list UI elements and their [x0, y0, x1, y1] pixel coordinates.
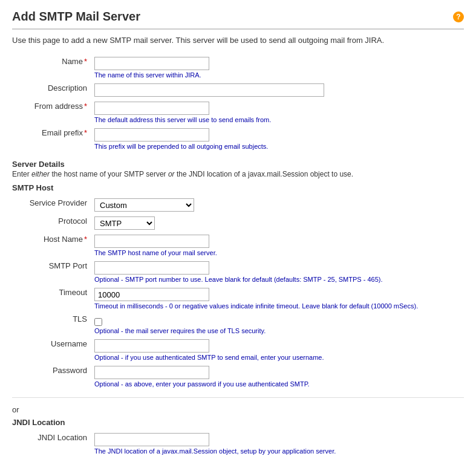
- password-hint: Optional - as above, enter your password…: [94, 380, 460, 388]
- jndi-location-row: JNDI Location The JNDI location of a jav…: [12, 431, 464, 457]
- password-input[interactable]: [94, 366, 209, 379]
- service-provider-label: Service Provider: [30, 198, 87, 207]
- server-details-header: Server Details: [12, 160, 464, 169]
- host-name-hint: The SMTP host name of your mail server.: [94, 249, 460, 256]
- name-row: Name* The name of this server within JIR…: [12, 54, 464, 81]
- email-prefix-label: Email prefix: [42, 128, 83, 137]
- smtp-host-title: SMTP Host: [12, 183, 464, 192]
- description-row: Description: [12, 81, 464, 99]
- jndi-location-hint: The JNDI location of a javax.mail.Sessio…: [94, 447, 460, 455]
- host-name-row: Host Name* The SMTP host name of your ma…: [12, 232, 464, 259]
- basic-info-form: Name* The name of this server within JIR…: [12, 54, 464, 152]
- jndi-location-title: JNDI Location: [12, 418, 464, 427]
- timeout-row: Timeout Timeout in milliseconds - 0 or n…: [12, 285, 464, 312]
- email-prefix-row: Email prefix* This prefix will be prepen…: [12, 126, 464, 152]
- email-prefix-required: *: [84, 128, 87, 137]
- username-label: Username: [51, 339, 87, 348]
- timeout-hint: Timeout in milliseconds - 0 or negative …: [94, 302, 460, 310]
- divider: [12, 397, 464, 398]
- page-title: Add SMTP Mail Server: [12, 10, 140, 24]
- host-name-label: Host Name: [44, 235, 83, 244]
- name-required: *: [84, 57, 87, 66]
- smtp-port-input[interactable]: [94, 261, 209, 275]
- tls-checkbox[interactable]: [94, 318, 102, 326]
- service-provider-select[interactable]: Custom Gmail Yahoo: [94, 198, 194, 212]
- smtp-host-form: Service Provider Custom Gmail Yahoo Prot…: [12, 196, 464, 390]
- jndi-location-input[interactable]: [94, 433, 209, 446]
- username-row: Username Optional - if you use authentic…: [12, 337, 464, 363]
- name-input[interactable]: [94, 57, 209, 70]
- or-text: or: [12, 405, 464, 414]
- password-row: Password Optional - as above, enter your…: [12, 363, 464, 390]
- name-hint: The name of this server within JIRA.: [94, 71, 460, 79]
- from-address-label: From address: [34, 102, 83, 111]
- service-provider-row: Service Provider Custom Gmail Yahoo: [12, 196, 464, 214]
- from-address-input[interactable]: [94, 102, 209, 115]
- server-details-sub: Enter either the host name of your SMTP …: [12, 170, 464, 178]
- email-prefix-input[interactable]: [94, 128, 209, 141]
- protocol-row: Protocol SMTP SMTPS: [12, 214, 464, 232]
- tls-label: TLS: [73, 314, 87, 324]
- smtp-port-hint: Optional - SMTP port number to use. Leav…: [94, 276, 460, 283]
- help-icon[interactable]: ?: [453, 11, 464, 22]
- timeout-label: Timeout: [59, 288, 87, 297]
- page-description: Use this page to add a new SMTP mail ser…: [12, 36, 464, 45]
- host-name-required: *: [84, 235, 87, 244]
- name-label: Name: [62, 57, 83, 66]
- from-address-row: From address* The default address this s…: [12, 99, 464, 126]
- from-address-required: *: [84, 102, 87, 111]
- timeout-input[interactable]: [94, 288, 209, 301]
- protocol-select[interactable]: SMTP SMTPS: [94, 216, 155, 230]
- jndi-form: JNDI Location The JNDI location of a jav…: [12, 431, 464, 457]
- protocol-label: Protocol: [58, 216, 87, 226]
- tls-hint: Optional - the mail server requires the …: [94, 327, 460, 334]
- username-hint: Optional - if you use authenticated SMTP…: [94, 354, 460, 361]
- smtp-port-label: SMTP Port: [49, 261, 87, 270]
- description-label: Description: [48, 83, 87, 93]
- tls-row: TLS Optional - the mail server requires …: [12, 312, 464, 337]
- host-name-input[interactable]: [94, 235, 209, 248]
- jndi-location-label: JNDI Location: [37, 433, 87, 442]
- username-input[interactable]: [94, 339, 209, 353]
- description-input[interactable]: [94, 83, 324, 97]
- from-address-hint: The default address this server will use…: [94, 116, 460, 123]
- smtp-port-row: SMTP Port Optional - SMTP port number to…: [12, 259, 464, 285]
- password-label: Password: [53, 366, 87, 375]
- email-prefix-hint: This prefix will be prepended to all out…: [94, 143, 460, 150]
